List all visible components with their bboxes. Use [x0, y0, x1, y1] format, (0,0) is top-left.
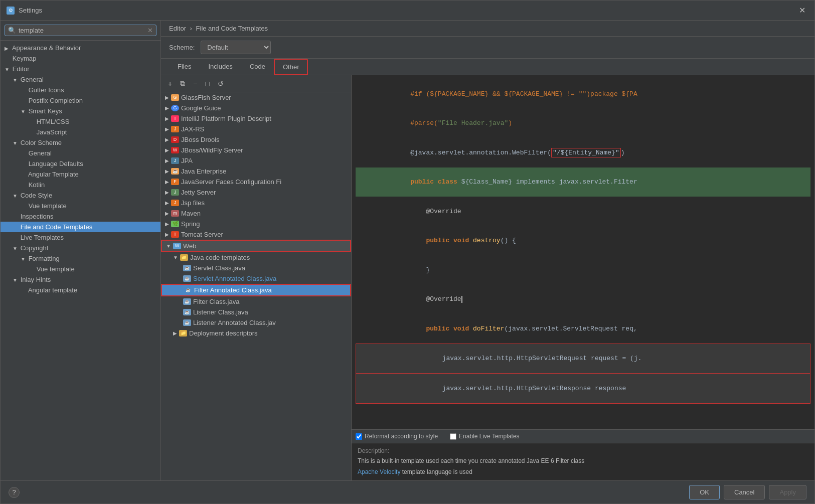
cancel-button[interactable]: Cancel [724, 485, 765, 499]
group-deployment[interactable]: ▶ 📁 Deployment descriptors [161, 328, 351, 339]
scheme-select[interactable]: Default Project [201, 41, 271, 54]
template-item-filter-class[interactable]: ☕ Filter Class.java [161, 296, 351, 307]
apply-button[interactable]: Apply [769, 485, 806, 499]
expand-arrow: ▼ [13, 77, 19, 83]
group-jpa[interactable]: ▶ J JPA [161, 155, 351, 166]
template-item-servlet-class[interactable]: ☕ Servlet Class.java [161, 263, 351, 273]
sidebar-item-inlay-hints[interactable]: ▼ Inlay Hints [1, 274, 160, 285]
copy-template-button[interactable]: ⧉ [177, 77, 188, 90]
file-icon: ☕ [183, 298, 191, 305]
sidebar-item-label: Angular template [28, 286, 77, 294]
sidebar-item-file-code-templates[interactable]: File and Code Templates [1, 222, 160, 232]
template-item-filter-annotated[interactable]: ☕ Filter Annotated Class.java [161, 284, 351, 296]
sidebar-item-appearance[interactable]: ▶ Appearance & Behavior [1, 43, 160, 53]
template-item-listener-class[interactable]: ☕ Listener Class.java [161, 307, 351, 317]
sidebar-item-gutter-icons[interactable]: Gutter Icons [1, 85, 160, 95]
group-icon-java-ee: ☕ [171, 168, 179, 175]
search-input[interactable] [19, 27, 145, 34]
live-templates-checkbox[interactable] [450, 433, 456, 440]
group-label-jpa: JPA [181, 157, 193, 164]
live-templates-label: Enable Live Templates [459, 433, 520, 440]
code-directive: #parse( [410, 119, 438, 127]
sidebar-item-copyright[interactable]: ▼ Copyright [1, 243, 160, 253]
reformat-checkbox[interactable] [356, 433, 362, 440]
search-box: 🔍 ✕ [1, 21, 160, 41]
group-intellij[interactable]: ▶ I IntelliJ Platform Plugin Descript [161, 113, 351, 124]
scheme-row: Scheme: Default Project [161, 37, 814, 59]
code-indent: @Override [410, 208, 461, 215]
group-guice[interactable]: ▶ G Google Guice [161, 103, 351, 113]
group-jsp[interactable]: ▶ J Jsp files [161, 198, 351, 208]
group-java-enterprise[interactable]: ▶ ☕ Java Enterprise [161, 166, 351, 177]
sidebar-item-cs-general[interactable]: General [1, 148, 160, 158]
apache-velocity-link[interactable]: Apache Velocity [358, 468, 400, 475]
sidebar-item-postfix[interactable]: Postfix Completion [1, 95, 160, 106]
code-keyword: public class [410, 178, 461, 186]
sidebar-item-label: Copyright [21, 244, 49, 252]
sidebar-item-label: Appearance & Behavior [12, 44, 81, 52]
desc-link-suffix: template language is used [402, 468, 472, 475]
help-button[interactable]: ? [9, 487, 20, 498]
sidebar-item-angular-template2[interactable]: Angular template [1, 285, 160, 295]
tab-other[interactable]: Other [274, 59, 308, 75]
settings-icon: ⚙ [7, 7, 15, 15]
tab-code[interactable]: Code [241, 59, 274, 75]
tab-files[interactable]: Files [169, 59, 200, 75]
add-template-button[interactable]: + [165, 78, 175, 90]
code-keyword3: public void [426, 325, 473, 332]
group-tomcat[interactable]: ▶ T Tomcat Server [161, 229, 351, 240]
file-icon: ☕ [183, 319, 191, 326]
sidebar-item-lang-defaults[interactable]: Language Defaults [1, 158, 160, 169]
group-icon-spring: 🌿 [171, 221, 179, 227]
code-editor[interactable]: #if (${PACKAGE_NAME} && ${PACKAGE_NAME} … [352, 75, 814, 429]
reset-template-button[interactable]: ↺ [215, 78, 227, 90]
group-jax[interactable]: ▶ J JAX-RS [161, 124, 351, 134]
group-icon-tomcat: T [171, 231, 179, 238]
sidebar-item-formatting[interactable]: ▼ Formatting [1, 253, 160, 264]
template-item-listener-annotated[interactable]: ☕ Listener Annotated Class.jav [161, 317, 351, 328]
sidebar-item-live-templates[interactable]: Live Templates [1, 232, 160, 243]
sidebar-item-vue-template[interactable]: Vue template [1, 201, 160, 211]
group-label-jboss-drools: JBoss Drools [181, 136, 220, 143]
sidebar-item-color-scheme[interactable]: ▼ Color Scheme [1, 137, 160, 148]
group-wildfly[interactable]: ▶ W JBoss/WildFly Server [161, 145, 351, 155]
sidebar-item-editor[interactable]: ▼ Editor [1, 64, 160, 74]
group-icon-jetty: J [171, 189, 179, 196]
sidebar-item-general[interactable]: ▼ General [1, 74, 160, 85]
group-arrow: ▼ [173, 255, 178, 260]
tabs-row: Files Includes Code Other [161, 59, 814, 75]
search-clear-button[interactable]: ✕ [147, 27, 153, 34]
tab-includes[interactable]: Includes [200, 59, 241, 75]
sidebar-item-code-style[interactable]: ▼ Code Style [1, 190, 160, 201]
sidebar-item-angular-template[interactable]: Angular Template [1, 169, 160, 180]
group-label-java-code: Java code templates [190, 254, 250, 261]
code-methodname: destroy [473, 237, 501, 244]
file-icon: ☕ [183, 275, 191, 282]
sidebar-item-label: Editor [13, 65, 30, 73]
group-maven[interactable]: ▶ m Maven [161, 208, 351, 219]
remove-template-button[interactable]: − [190, 78, 200, 90]
sidebar-item-javascript[interactable]: JavaScript [1, 127, 160, 137]
sidebar-item-keymap[interactable]: Keymap [1, 53, 160, 64]
group-java-code-templates[interactable]: ▼ 📁 Java code templates [161, 252, 351, 263]
template-item-servlet-annotated[interactable]: ☕ Servlet Annotated Class.java [161, 273, 351, 284]
sidebar-item-smart-keys[interactable]: ▼ Smart Keys [1, 106, 160, 116]
code-paren: ) [621, 149, 625, 156]
group-spring[interactable]: ▶ 🌿 Spring [161, 219, 351, 229]
expand-arrow: ▶ [5, 46, 11, 51]
group-icon-wildfly: W [171, 147, 179, 153]
sidebar-item-inspections[interactable]: Inspections [1, 211, 160, 222]
sidebar-item-vue-template2[interactable]: Vue template [1, 264, 160, 274]
title-bar-left: ⚙ Settings [7, 7, 42, 15]
group-web[interactable]: ▼ W Web [161, 240, 351, 252]
group-jetty[interactable]: ▶ J Jetty Server [161, 187, 351, 198]
sidebar-item-html-css[interactable]: HTML/CSS [1, 116, 160, 127]
sidebar-item-kotlin[interactable]: Kotlin [1, 180, 160, 190]
group-jsf[interactable]: ▶ F JavaServer Faces Configuration Fi [161, 177, 351, 187]
code-classname: ${Class_Name} implements javax.servlet.F… [461, 178, 637, 186]
group-glassfish[interactable]: ▶ G GlassFish Server [161, 92, 351, 103]
ok-button[interactable]: OK [689, 485, 720, 499]
group-jboss-drools[interactable]: ▶ D JBoss Drools [161, 134, 351, 145]
close-button[interactable]: ✕ [796, 5, 808, 16]
duplicate-template-button[interactable]: □ [202, 78, 212, 90]
